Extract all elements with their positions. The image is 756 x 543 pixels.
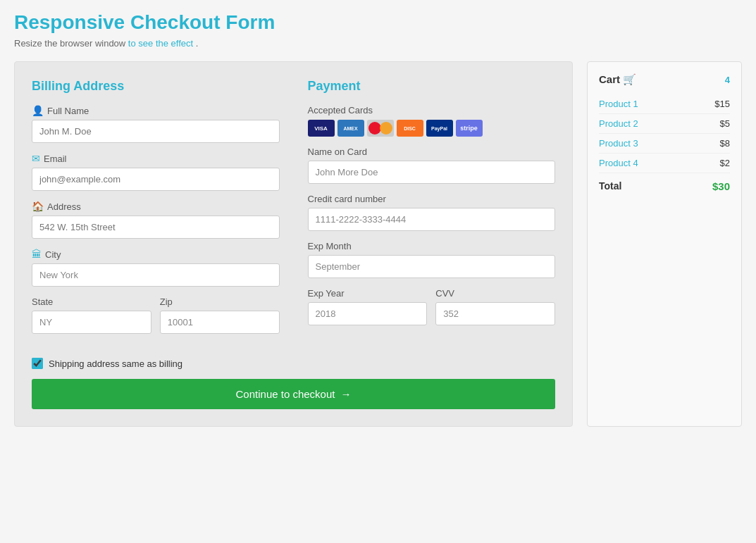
amex-icon: AMEX	[337, 120, 364, 137]
visa-icon: VISA	[308, 120, 335, 137]
name-on-card-label: Name on Card	[308, 146, 556, 157]
main-layout: Billing Address 👤 Full Name ✉ Email	[0, 54, 756, 434]
shipping-same-checkbox[interactable]	[32, 358, 43, 369]
cvv-input[interactable]	[435, 302, 555, 325]
full-name-field-group: 👤 Full Name	[32, 105, 280, 143]
cart-item: Product 2 $5	[599, 114, 730, 134]
email-label: ✉ Email	[32, 153, 280, 164]
cart-label: Cart 🛒	[599, 73, 636, 86]
page-title: Responsive Checkout Form	[14, 11, 742, 34]
cart-sidebar: Cart 🛒 4 Product 1 $15 Product 2 $5 Prod…	[587, 61, 742, 427]
continue-checkout-button[interactable]: Continue to checkout →	[32, 379, 555, 409]
cart-item-price: $2	[720, 158, 730, 168]
zip-label: Zip	[160, 297, 280, 307]
credit-card-field-group: Credit card number	[308, 194, 556, 231]
page-header: Responsive Checkout Form Resize the brow…	[0, 0, 756, 54]
cart-item-price: $5	[720, 118, 730, 129]
full-name-label: 👤 Full Name	[32, 105, 280, 116]
cart-icon: 🛒	[623, 73, 636, 85]
cart-item-name: Product 1	[599, 99, 638, 109]
continue-btn-arrow: →	[340, 388, 351, 400]
exp-month-field-group: Exp Month	[308, 241, 556, 278]
email-input[interactable]	[32, 168, 280, 191]
cart-count: 4	[725, 75, 730, 85]
exp-year-label: Exp Year	[308, 288, 428, 299]
subtitle-link[interactable]: to see the effect	[128, 38, 193, 49]
state-zip-row: State Zip	[32, 297, 280, 344]
subtitle-end: .	[196, 38, 199, 49]
subtitle-text: Resize the browser window	[14, 38, 125, 49]
city-icon: 🏛	[32, 249, 42, 260]
cart-item: Product 4 $2	[599, 154, 730, 173]
card-icons-row: VISA AMEX DISC PayPal stripe	[308, 120, 556, 137]
mastercard-icon	[367, 120, 394, 137]
state-label: State	[32, 297, 151, 307]
paypal-icon: PayPal	[426, 120, 453, 137]
cart-total-label: Total	[599, 180, 621, 192]
stripe-icon: stripe	[456, 120, 483, 137]
shipping-label: Shipping address same as billing	[49, 358, 182, 369]
address-field-group: 🏠 Address	[32, 201, 280, 239]
form-columns: Billing Address 👤 Full Name ✉ Email	[32, 79, 555, 344]
zip-field-group: Zip	[160, 297, 280, 334]
address-icon: 🏠	[32, 201, 44, 212]
exp-year-cvv-row: Exp Year CVV	[308, 288, 556, 335]
cart-items-list: Product 1 $15 Product 2 $5 Product 3 $8 …	[599, 94, 730, 173]
zip-input[interactable]	[160, 311, 280, 334]
shipping-checkbox-row: Shipping address same as billing	[32, 358, 555, 369]
cart-item: Product 1 $15	[599, 94, 730, 114]
city-field-group: 🏛 City	[32, 249, 280, 287]
checkout-footer: Shipping address same as billing Continu…	[32, 358, 555, 409]
address-input[interactable]	[32, 216, 280, 239]
name-on-card-field-group: Name on Card	[308, 146, 556, 184]
full-name-input[interactable]	[32, 120, 280, 143]
exp-month-label: Exp Month	[308, 241, 556, 251]
payment-section: Payment Accepted Cards VISA AMEX DISC Pa…	[308, 79, 556, 344]
cvv-field-group: CVV	[435, 288, 555, 325]
email-icon: ✉	[32, 153, 40, 164]
cart-item: Product 3 $8	[599, 134, 730, 154]
form-container: Billing Address 👤 Full Name ✉ Email	[14, 61, 573, 427]
cvv-label: CVV	[435, 288, 555, 299]
cart-item-name: Product 3	[599, 138, 638, 149]
cart-total-row: Total $30	[599, 173, 730, 192]
city-input[interactable]	[32, 263, 280, 287]
exp-year-field-group: Exp Year	[308, 288, 428, 325]
cart-total-amount: $30	[712, 180, 730, 192]
name-on-card-input[interactable]	[308, 161, 556, 184]
state-input[interactable]	[32, 311, 151, 334]
cart-title-row: Cart 🛒 4	[599, 73, 730, 86]
billing-title: Billing Address	[32, 79, 280, 94]
user-icon: 👤	[32, 105, 44, 116]
cart-item-price: $15	[714, 99, 730, 109]
credit-card-label: Credit card number	[308, 194, 556, 204]
credit-card-input[interactable]	[308, 208, 556, 231]
page-subtitle: Resize the browser window to see the eff…	[14, 38, 742, 49]
cart-item-price: $8	[720, 138, 730, 149]
cart-item-name: Product 2	[599, 118, 638, 129]
payment-title: Payment	[308, 79, 556, 94]
address-label: 🏠 Address	[32, 201, 280, 212]
exp-month-input[interactable]	[308, 255, 556, 278]
email-field-group: ✉ Email	[32, 153, 280, 191]
continue-btn-label: Continue to checkout	[236, 388, 335, 400]
city-label: 🏛 City	[32, 249, 280, 260]
state-field-group: State	[32, 297, 151, 334]
exp-year-input[interactable]	[308, 302, 428, 325]
discover-icon: DISC	[397, 120, 423, 137]
billing-section: Billing Address 👤 Full Name ✉ Email	[32, 79, 280, 344]
cart-item-name: Product 4	[599, 158, 638, 168]
accepted-cards-label: Accepted Cards	[308, 105, 556, 116]
